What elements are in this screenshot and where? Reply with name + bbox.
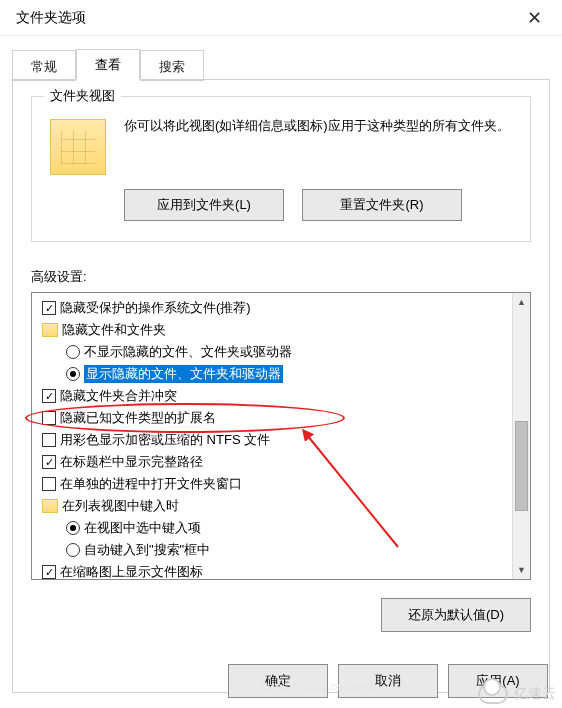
list-item[interactable]: 隐藏文件和文件夹 <box>38 319 506 341</box>
list-item-label: 在缩略图上显示文件图标 <box>60 563 203 579</box>
list-item[interactable]: 在单独的进程中打开文件夹窗口 <box>38 473 506 495</box>
list-item[interactable]: ✓隐藏文件夹合并冲突 <box>38 385 506 407</box>
list-item-label: 隐藏已知文件类型的扩展名 <box>60 409 216 427</box>
list-item[interactable]: 不显示隐藏的文件、文件夹或驱动器 <box>38 341 506 363</box>
checkbox-icon[interactable] <box>42 411 56 425</box>
checkbox-icon[interactable]: ✓ <box>42 301 56 315</box>
list-item-label: 在视图中选中键入项 <box>84 519 201 537</box>
folder-icon <box>42 499 58 513</box>
checkbox-icon[interactable] <box>42 433 56 447</box>
list-item-label: 隐藏文件和文件夹 <box>62 321 166 339</box>
tab-search[interactable]: 搜索 <box>140 50 204 81</box>
radio-icon[interactable] <box>66 345 80 359</box>
folder-icon <box>42 323 58 337</box>
scroll-up-button[interactable]: ▲ <box>513 293 530 311</box>
list-item-label: 在单独的进程中打开文件夹窗口 <box>60 475 242 493</box>
list-item-label: 不显示隐藏的文件、文件夹或驱动器 <box>84 343 292 361</box>
scrollbar[interactable]: ▲ ▼ <box>512 293 530 579</box>
list-item[interactable]: 用彩色显示加密或压缩的 NTFS 文件 <box>38 429 506 451</box>
advanced-settings-list[interactable]: ✓隐藏受保护的操作系统文件(推荐)隐藏文件和文件夹不显示隐藏的文件、文件夹或驱动… <box>31 292 531 580</box>
folder-large-icon <box>50 119 106 175</box>
list-item[interactable]: 显示隐藏的文件、文件夹和驱动器 <box>38 363 506 385</box>
list-item[interactable]: 在列表视图中键入时 <box>38 495 506 517</box>
checkbox-icon[interactable] <box>42 477 56 491</box>
reset-folders-button[interactable]: 重置文件夹(R) <box>302 189 462 221</box>
list-item-label: 显示隐藏的文件、文件夹和驱动器 <box>84 365 283 383</box>
tab-strip: 常规 查看 搜索 <box>0 36 562 79</box>
group-legend: 文件夹视图 <box>44 87 121 105</box>
faint-watermark-text: https://Blog.csdn.ne <box>260 680 377 692</box>
list-item-label: 隐藏文件夹合并冲突 <box>60 387 177 405</box>
radio-icon[interactable] <box>66 543 80 557</box>
radio-icon[interactable] <box>66 521 80 535</box>
list-item[interactable]: ✓隐藏受保护的操作系统文件(推荐) <box>38 297 506 319</box>
checkbox-icon[interactable]: ✓ <box>42 455 56 469</box>
list-item-label: 自动键入到"搜索"框中 <box>84 541 210 559</box>
close-icon: ✕ <box>527 7 542 29</box>
folder-view-group: 文件夹视图 你可以将此视图(如详细信息或图标)应用于这种类型的所有文件夹。 应用… <box>31 96 531 242</box>
list-item-label: 在标题栏中显示完整路径 <box>60 453 203 471</box>
list-item-label: 用彩色显示加密或压缩的 NTFS 文件 <box>60 431 270 449</box>
scroll-thumb[interactable] <box>515 421 528 511</box>
list-item-label: 隐藏受保护的操作系统文件(推荐) <box>60 299 251 317</box>
restore-defaults-button[interactable]: 还原为默认值(D) <box>381 598 531 632</box>
list-item[interactable]: ✓在标题栏中显示完整路径 <box>38 451 506 473</box>
list-item[interactable]: 在视图中选中键入项 <box>38 517 506 539</box>
close-button[interactable]: ✕ <box>514 3 554 33</box>
list-item[interactable]: 自动键入到"搜索"框中 <box>38 539 506 561</box>
list-item-label: 在列表视图中键入时 <box>62 497 179 515</box>
tab-view[interactable]: 查看 <box>76 49 140 80</box>
radio-icon[interactable] <box>66 367 80 381</box>
checkbox-icon[interactable]: ✓ <box>42 389 56 403</box>
cloud-icon <box>478 684 508 704</box>
watermark: 亿速云 <box>478 684 556 704</box>
list-item[interactable]: 隐藏已知文件类型的扩展名 <box>38 407 506 429</box>
scroll-track[interactable] <box>513 311 530 561</box>
tab-panel-view: 文件夹视图 你可以将此视图(如详细信息或图标)应用于这种类型的所有文件夹。 应用… <box>12 79 550 693</box>
checkbox-icon[interactable]: ✓ <box>42 565 56 579</box>
title-bar: 文件夹选项 ✕ <box>0 0 562 36</box>
advanced-label: 高级设置: <box>31 268 531 286</box>
scroll-down-button[interactable]: ▼ <box>513 561 530 579</box>
window-title: 文件夹选项 <box>16 9 514 27</box>
tab-general[interactable]: 常规 <box>12 50 76 81</box>
group-description: 你可以将此视图(如详细信息或图标)应用于这种类型的所有文件夹。 <box>124 115 512 137</box>
apply-to-folders-button[interactable]: 应用到文件夹(L) <box>124 189 284 221</box>
watermark-text: 亿速云 <box>514 685 556 703</box>
list-item[interactable]: ✓在缩略图上显示文件图标 <box>38 561 506 579</box>
